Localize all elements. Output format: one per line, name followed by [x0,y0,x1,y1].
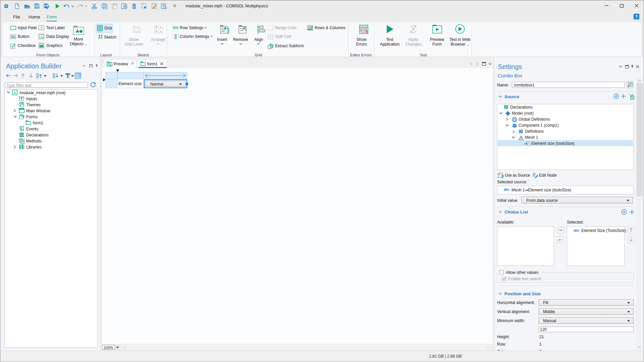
svg-text:A: A [14,91,16,95]
svg-text:T: T [40,26,43,29]
svg-text:OK: OK [11,36,15,39]
svg-text:1.23: 1.23 [39,36,44,39]
svg-text:a: a [524,142,526,145]
svg-text:1.23: 1.23 [135,29,140,33]
